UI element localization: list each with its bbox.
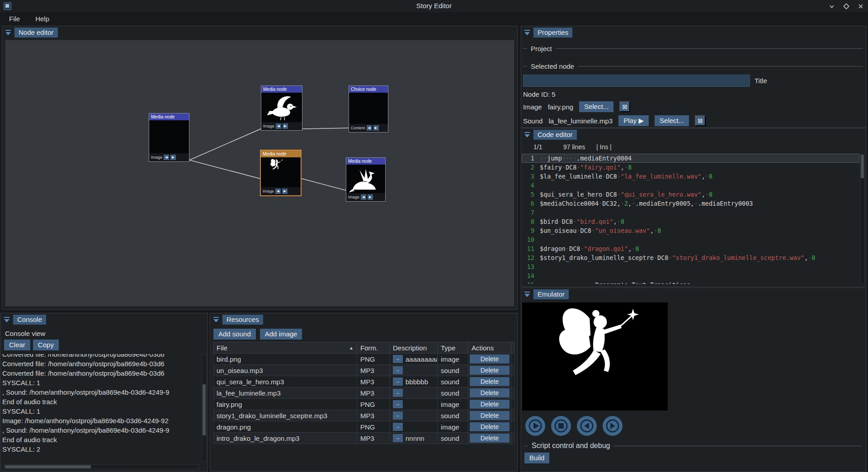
minimize-icon[interactable] bbox=[828, 3, 835, 10]
table-row[interactable]: la_fee_luminelle.mp3MP3..soundDelete bbox=[213, 387, 514, 399]
sound-clear-icon[interactable]: ⊠ bbox=[695, 115, 706, 126]
console-vertical-scrollbar[interactable] bbox=[202, 354, 207, 462]
graph-node-bird[interactable]: Media nodeImage◀▶ bbox=[261, 85, 302, 131]
scrollbar-thumb[interactable] bbox=[203, 384, 206, 435]
description-edit-button[interactable]: .. bbox=[393, 378, 403, 386]
code-line[interactable]: 14 bbox=[522, 271, 859, 280]
node-title: Choice node bbox=[349, 86, 388, 93]
maximize-icon[interactable] bbox=[843, 3, 850, 10]
collapse-panel-icon[interactable] bbox=[524, 29, 530, 36]
description-edit-button[interactable]: .. bbox=[393, 434, 403, 442]
node-footer-label: Image bbox=[263, 189, 274, 194]
image-label: Image bbox=[523, 103, 542, 111]
next-icon[interactable]: ▶ bbox=[170, 155, 176, 160]
graph-node-media-node[interactable]: Media nodeImage◀▶ bbox=[149, 113, 189, 162]
collapse-panel-icon[interactable] bbox=[524, 291, 530, 297]
step-forward-button[interactable] bbox=[603, 416, 623, 436]
next-icon[interactable]: ▶ bbox=[368, 194, 373, 200]
next-icon[interactable]: ▶ bbox=[282, 189, 288, 194]
build-button[interactable]: Build bbox=[524, 453, 549, 463]
sound-select-button[interactable]: Select... bbox=[655, 115, 689, 126]
close-icon[interactable] bbox=[857, 3, 864, 10]
table-row[interactable]: story1_drako_luminelle_sceptre.mp3MP3..s… bbox=[213, 410, 514, 421]
description-edit-button[interactable]: .. bbox=[393, 411, 403, 420]
code-line[interactable]: 11$dragon·DC8·"dragon.qoi",·8 bbox=[522, 244, 859, 253]
node-graph-canvas[interactable]: Media nodeImage◀▶Media nodeImage◀▶Choice… bbox=[5, 40, 514, 307]
description-edit-button[interactable]: .. bbox=[393, 423, 403, 431]
code-line[interactable]: 13 bbox=[522, 262, 859, 271]
description-edit-button[interactable]: .. bbox=[393, 355, 403, 363]
sound-play-button[interactable]: Play ▶ bbox=[618, 115, 649, 126]
delete-button[interactable]: Delete bbox=[470, 400, 509, 409]
delete-button[interactable]: Delete bbox=[470, 366, 509, 375]
delete-button[interactable]: Delete bbox=[470, 377, 509, 386]
delete-button[interactable]: Delete bbox=[470, 388, 509, 397]
play-button[interactable] bbox=[525, 416, 545, 436]
title-input[interactable] bbox=[523, 75, 750, 87]
graph-node-dragon[interactable]: Media nodeImage◀▶ bbox=[346, 157, 386, 202]
column-header-actions[interactable]: Actions bbox=[468, 342, 511, 354]
code-line[interactable]: 3$la_fee_luminelle·DC8·"la_fee_luminelle… bbox=[522, 172, 859, 181]
table-row[interactable]: intro_drako_le_dragon.mp3MP3..nnnnnsound… bbox=[213, 433, 514, 444]
collapse-panel-icon[interactable] bbox=[524, 132, 530, 138]
collapse-panel-icon[interactable] bbox=[5, 29, 11, 36]
add-sound-button[interactable]: Add sound bbox=[213, 329, 256, 340]
code-line[interactable]: 8$bird·DC8·"bird.qoi",·8 bbox=[522, 217, 859, 226]
code-line[interactable]: 12$story1_drako_luminelle_sceptre·DC8·"s… bbox=[522, 253, 859, 262]
code-line[interactable]: 15--------------·Program's·Text·Transiti… bbox=[522, 280, 859, 284]
cursor-position: 1/1 bbox=[533, 143, 542, 151]
code-line[interactable]: 6$mediaChoice0004·DC32,·2,·.mediaEntry00… bbox=[522, 199, 859, 208]
stop-button[interactable] bbox=[551, 416, 571, 436]
table-row[interactable]: qui_sera_le_hero.mp3MP3..bbbbbbsoundDele… bbox=[213, 376, 514, 387]
delete-button[interactable]: Delete bbox=[470, 434, 509, 443]
prev-icon[interactable]: ◀ bbox=[164, 155, 169, 160]
code-line[interactable]: 7 bbox=[522, 208, 859, 217]
code-line[interactable]: 4 bbox=[522, 181, 859, 190]
code-area[interactable]: 1··jump····.mediaEntry00042$fairy·DC8·"f… bbox=[522, 154, 859, 284]
delete-button[interactable]: Delete bbox=[470, 354, 509, 363]
description-edit-button[interactable]: .. bbox=[393, 389, 403, 397]
graph-node-choice-node[interactable]: Choice nodeContent◀▶ bbox=[349, 85, 388, 132]
fairy-image bbox=[551, 303, 639, 410]
table-row[interactable]: bird.pngPNG..aaaaaaaaaimageDelete bbox=[213, 354, 514, 365]
code-line[interactable]: 5$qui_sera_le_hero·DC8·"qui_sera_le_hero… bbox=[522, 190, 859, 199]
image-clear-icon[interactable]: ⊠ bbox=[619, 101, 630, 112]
scrollbar-thumb[interactable] bbox=[861, 155, 864, 178]
next-icon[interactable]: ▶ bbox=[373, 125, 379, 131]
copy-button[interactable]: Copy bbox=[33, 340, 59, 350]
menu-help[interactable]: Help bbox=[33, 14, 51, 24]
description-edit-button[interactable]: .. bbox=[393, 366, 403, 374]
file-cell: bird.png bbox=[213, 354, 357, 365]
code-vertical-scrollbar[interactable] bbox=[860, 154, 865, 284]
collapse-panel-icon[interactable] bbox=[4, 316, 10, 323]
image-select-button[interactable]: Select... bbox=[579, 101, 613, 112]
column-header-description[interactable]: Description bbox=[390, 342, 438, 354]
table-row[interactable]: dragon.pngPNG..imageDelete bbox=[213, 421, 514, 433]
scrollbar-thumb[interactable] bbox=[5, 465, 91, 468]
clear-button[interactable]: Clear bbox=[4, 340, 30, 350]
column-header-form[interactable]: Form. bbox=[357, 342, 390, 354]
code-line[interactable]: 1··jump····.mediaEntry0004 bbox=[522, 154, 859, 163]
table-row[interactable]: un_oiseau.mp3MP3..soundDelete bbox=[213, 365, 514, 376]
description-edit-button[interactable]: .. bbox=[393, 400, 403, 408]
graph-node-fairy[interactable]: Media nodeImage◀▶ bbox=[260, 150, 302, 196]
code-line[interactable]: 2$fairy·DC8·"fairy.qoi",·8 bbox=[522, 163, 859, 172]
prev-icon[interactable]: ◀ bbox=[276, 123, 281, 129]
add-image-button[interactable]: Add image bbox=[260, 329, 302, 340]
menu-file[interactable]: File bbox=[7, 14, 22, 24]
table-row[interactable]: fairy.pngPNG..imageDelete bbox=[213, 399, 514, 410]
prev-icon[interactable]: ◀ bbox=[275, 189, 281, 194]
column-header-file[interactable]: File▲ bbox=[213, 342, 357, 354]
prev-icon[interactable]: ◀ bbox=[367, 125, 372, 131]
console-horizontal-scrollbar[interactable] bbox=[4, 464, 199, 469]
step-back-button[interactable] bbox=[577, 416, 597, 436]
next-icon[interactable]: ▶ bbox=[283, 123, 288, 129]
code-line[interactable]: 9$un_oiseau·DC8·"un_oiseau.wav",·8 bbox=[522, 226, 859, 235]
prev-icon[interactable]: ◀ bbox=[361, 194, 366, 200]
code-line[interactable]: 10 bbox=[522, 235, 859, 244]
collapse-panel-icon[interactable] bbox=[213, 316, 219, 323]
column-header-type[interactable]: Type bbox=[438, 342, 468, 354]
type-cell: sound bbox=[438, 387, 468, 399]
delete-button[interactable]: Delete bbox=[470, 422, 509, 431]
delete-button[interactable]: Delete bbox=[470, 411, 509, 420]
